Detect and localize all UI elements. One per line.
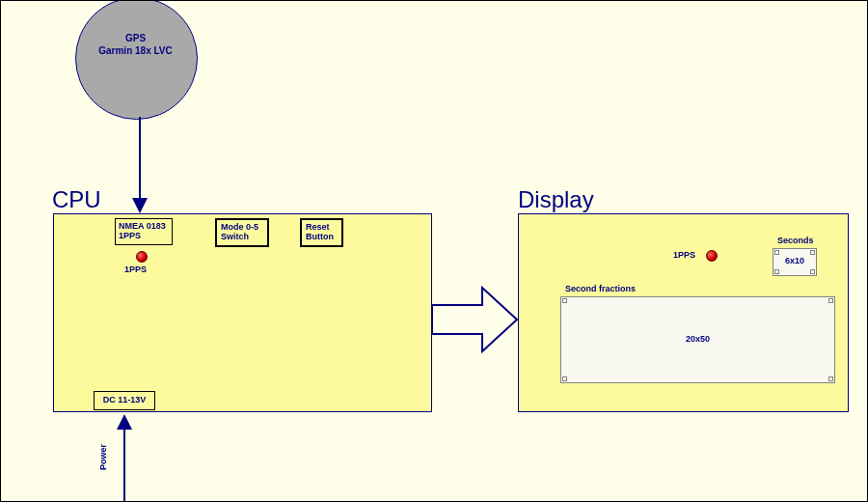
cpu-1pps-led	[136, 251, 148, 263]
reset-button[interactable]: Reset Button	[300, 218, 343, 247]
seconds-panel: 6x10	[773, 248, 817, 276]
gps-module	[75, 0, 198, 120]
mode-switch[interactable]: Mode 0-5 Switch	[215, 218, 269, 247]
arrow-power-in	[113, 412, 136, 501]
arrow-cpu-to-display	[432, 286, 519, 353]
arrow-gps-to-cpu	[128, 117, 151, 215]
gps-label-line1: GPS	[125, 33, 146, 43]
reset-line2: Button	[306, 232, 334, 241]
svg-marker-3	[117, 414, 132, 430]
cpu-title: CPU	[52, 186, 101, 213]
reset-line1: Reset	[306, 222, 330, 232]
fractions-panel: 20x50	[560, 296, 835, 383]
fractions-dims: 20x50	[686, 334, 710, 344]
nmea-line2: 1PPS	[119, 231, 141, 240]
display-1pps-label: 1PPS	[673, 250, 695, 260]
svg-marker-4	[432, 288, 517, 351]
dc-power-port: DC 11-13V	[94, 391, 155, 410]
seconds-label: Seconds	[777, 236, 814, 245]
nmea-port: NMEA 0183 1PPS	[115, 218, 173, 245]
svg-marker-1	[132, 198, 148, 213]
gps-label: GPS Garmin 18x LVC	[75, 32, 196, 57]
cpu-1pps-label: 1PPS	[124, 265, 147, 274]
mode-line1: Mode 0-5	[221, 222, 258, 232]
display-1pps-led	[706, 250, 718, 262]
power-label: Power	[98, 444, 108, 470]
fractions-label: Second fractions	[565, 284, 636, 293]
display-title: Display	[518, 186, 594, 213]
mode-line2: Switch	[221, 232, 249, 241]
nmea-line1: NMEA 0183	[119, 221, 166, 231]
gps-label-line2: Garmin 18x LVC	[98, 45, 173, 56]
seconds-dims: 6x10	[785, 256, 804, 265]
